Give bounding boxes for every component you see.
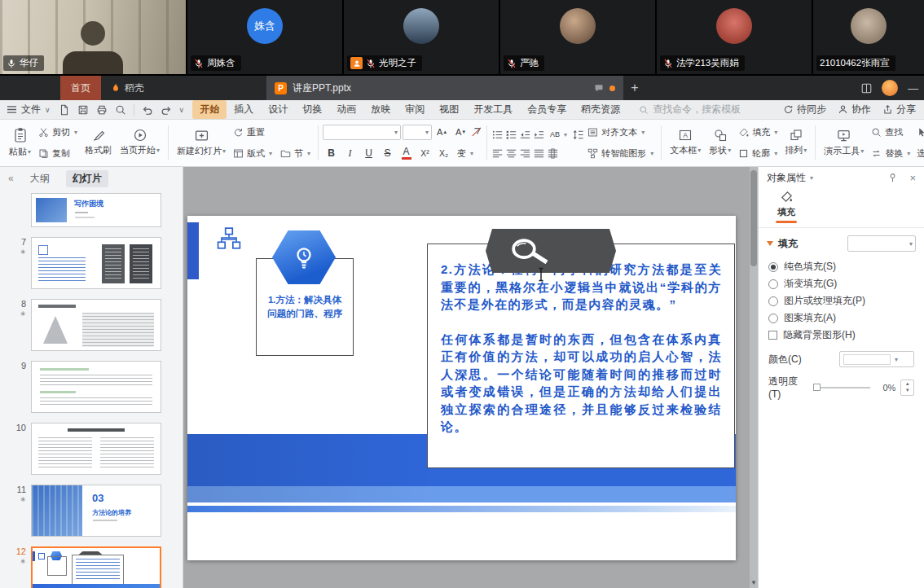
ribbon-tab-home[interactable]: 开始: [192, 100, 227, 119]
decrease-font-button[interactable]: A▼: [452, 124, 469, 141]
align-justify-icon[interactable]: [533, 147, 545, 160]
option-solid-fill[interactable]: 纯色填充(S): [768, 258, 914, 275]
comment-bubble-icon[interactable]: [594, 83, 604, 93]
slide-thin-band[interactable]: [187, 506, 736, 512]
tab-home[interactable]: 首页: [60, 76, 101, 100]
collapse-panel-button[interactable]: «: [8, 173, 14, 184]
slide-thumb-11[interactable]: 03 方法论的培养: [31, 485, 161, 537]
italic-button[interactable]: I: [341, 145, 359, 162]
slider-handle[interactable]: [813, 384, 821, 391]
tab-outline[interactable]: 大纲: [24, 170, 56, 187]
participant-tile[interactable]: 21010462张雨宣: [813, 0, 924, 74]
ribbon-tab-slideshow[interactable]: 放映: [363, 100, 398, 119]
section-button[interactable]: 节▾: [277, 145, 314, 162]
strikethrough-button[interactable]: S: [379, 145, 396, 162]
indent-icon[interactable]: [533, 129, 545, 141]
file-menu[interactable]: 文件∨: [7, 103, 51, 116]
font-size-combo[interactable]: ▾: [403, 125, 432, 140]
demo-tools-button[interactable]: 演示工具▾: [820, 121, 868, 164]
share-button[interactable]: 分享: [882, 103, 916, 116]
slide-canvas[interactable]: 1.方法：解决具体问题的门路、程序 2.方法论：任何一门学科的研究方法都是至关重…: [183, 167, 758, 588]
arrange-button[interactable]: 排列▾: [781, 121, 811, 164]
ribbon-tab-docer-res[interactable]: 稻壳资源: [574, 100, 627, 119]
superscript-button[interactable]: X²: [416, 145, 433, 162]
org-chart-icon[interactable]: [217, 227, 241, 250]
radio[interactable]: [768, 296, 778, 306]
bullet-list-icon[interactable]: [491, 129, 504, 141]
ribbon-tab-design[interactable]: 设计: [261, 100, 295, 119]
participant-tile[interactable]: 法学213吴雨娟: [657, 0, 812, 74]
font-name-combo[interactable]: ▾: [323, 125, 401, 140]
paste-button[interactable]: 粘贴▾: [5, 121, 35, 164]
color-dropdown[interactable]: ▾: [839, 351, 914, 367]
ribbon-tab-review[interactable]: 审阅: [398, 100, 432, 119]
ribbon-tab-devtools[interactable]: 开发工具: [466, 100, 520, 119]
font-color-button[interactable]: A: [398, 145, 415, 162]
transparency-slider[interactable]: [814, 387, 870, 388]
new-tab-button[interactable]: +: [623, 76, 646, 100]
section-collapse-triangle[interactable]: [767, 241, 773, 246]
slide-thumb-10[interactable]: [31, 423, 161, 475]
numbered-list-icon[interactable]: [505, 129, 517, 141]
fill-preset-combo[interactable]: ▾: [847, 235, 916, 252]
thumbnail-list[interactable]: 写作困境 7∗ 8∗: [0, 190, 183, 588]
command-search[interactable]: 查找命令，搜索模板: [639, 103, 741, 116]
new-slide-button[interactable]: 新建幻灯片▾: [173, 121, 230, 164]
print-icon[interactable]: [96, 104, 108, 116]
format-painter-button[interactable]: 格式刷: [81, 121, 116, 164]
current-slide[interactable]: 1.方法：解决具体问题的门路、程序 2.方法论：任何一门学科的研究方法都是至关重…: [187, 216, 736, 560]
ribbon-tab-member[interactable]: 会员专享: [520, 100, 574, 119]
radio[interactable]: [768, 279, 778, 289]
new-doc-icon[interactable]: [59, 104, 70, 116]
scrollbar-thumb[interactable]: [750, 170, 757, 266]
align-center-icon[interactable]: [505, 147, 517, 160]
close-panel-icon[interactable]: ×: [909, 172, 916, 184]
workspace-switch-icon[interactable]: [861, 83, 872, 94]
subscript-button[interactable]: X₂: [435, 145, 452, 162]
slide-thumb-9[interactable]: [31, 361, 161, 413]
minimize-button[interactable]: —: [908, 82, 921, 94]
align-distribute-icon[interactable]: [547, 147, 559, 160]
methodology-textbox[interactable]: 2.方法论：任何一门学科的研究方法都是至关重要的，黑格尔在小逻辑当中就说出“学科…: [427, 244, 735, 468]
option-gradient-fill[interactable]: 渐变填充(G): [768, 275, 914, 292]
panel-title-caret[interactable]: ▾: [810, 174, 813, 182]
slide-thumb-7[interactable]: [31, 237, 161, 289]
ribbon-tab-transition[interactable]: 切换: [295, 100, 329, 119]
find-button[interactable]: 查找: [868, 124, 913, 141]
canvas-scrollbar[interactable]: ▼: [750, 167, 758, 588]
checkbox[interactable]: [768, 331, 777, 340]
ribbon-tab-animation[interactable]: 动画: [329, 100, 363, 119]
participant-tile[interactable]: 严驰: [500, 0, 655, 74]
underline-button[interactable]: U: [360, 145, 377, 162]
cut-button[interactable]: 剪切▾: [35, 124, 81, 141]
slide-thumb-12-selected[interactable]: [31, 546, 161, 588]
tab-docer[interactable]: 稻壳: [101, 76, 154, 100]
radio-selected[interactable]: [768, 262, 778, 272]
undo-icon[interactable]: [142, 104, 153, 116]
text-tool-button[interactable]: 变▾: [454, 145, 477, 162]
select-button[interactable]: 选择▾: [913, 145, 924, 162]
radio[interactable]: [768, 314, 778, 323]
transparency-stepper[interactable]: ▲▼: [900, 380, 914, 396]
fill-tool-tab[interactable]: 填充: [759, 188, 804, 223]
quick-access-caret[interactable]: ∨: [179, 106, 185, 114]
ribbon-tab-view[interactable]: 视图: [432, 100, 466, 119]
save-icon[interactable]: [77, 104, 89, 116]
sync-status[interactable]: 待同步: [783, 103, 826, 116]
textbox-button[interactable]: A 文本框▾: [666, 121, 705, 164]
clear-format-icon[interactable]: [471, 126, 482, 138]
copy-button[interactable]: 复制: [35, 145, 81, 162]
participant-tile[interactable]: 姝含 周姝含: [187, 0, 342, 74]
redo-icon[interactable]: [161, 104, 172, 116]
slide-thumb-6-partial[interactable]: 写作困境: [31, 193, 161, 227]
align-right-icon[interactable]: [519, 147, 531, 160]
to-smart-graphic-button[interactable]: 转智能图形▾: [584, 145, 657, 162]
align-left-icon[interactable]: [491, 147, 504, 160]
option-picture-fill[interactable]: 图片或纹理填充(P): [768, 292, 914, 309]
option-hide-background[interactable]: 隐藏背景图形(H): [768, 327, 914, 344]
magnifier-hexagon[interactable]: [486, 229, 616, 273]
slide-thumb-8[interactable]: [31, 299, 161, 351]
option-pattern-fill[interactable]: 图案填充(A): [768, 309, 914, 327]
outdent-icon[interactable]: [519, 129, 531, 141]
shape-outline-button[interactable]: 轮廓▾: [735, 145, 781, 162]
